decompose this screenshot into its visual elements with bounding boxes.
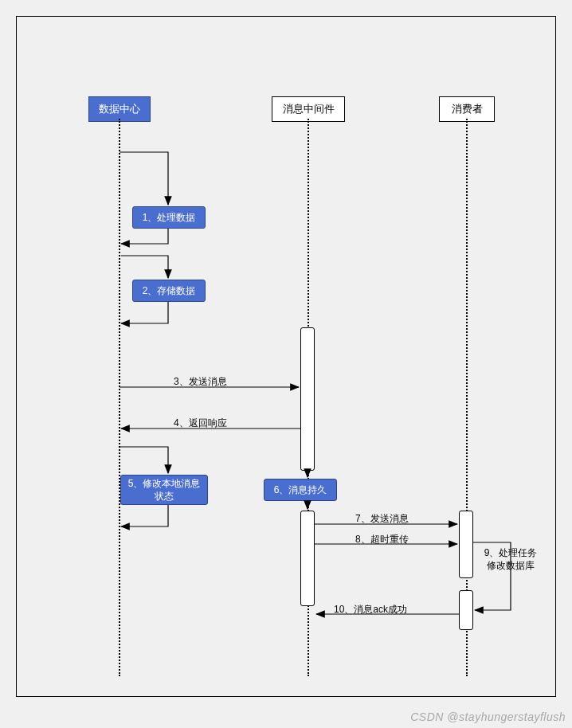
step-3-label: 3、发送消息 bbox=[174, 375, 227, 389]
step-8-label: 8、超时重传 bbox=[355, 533, 409, 546]
step-label: 1、处理数据 bbox=[143, 211, 196, 224]
diagram-canvas: 数据中心 消息中间件 消费者 1、处理数据 2、存储数据 5、修改本地消息状态 … bbox=[16, 16, 556, 697]
step-4-label: 4、返回响应 bbox=[174, 417, 227, 430]
step-6-box: 6、消息持久 bbox=[264, 479, 337, 501]
activation-consumer-1 bbox=[459, 511, 473, 578]
step-label: 5、修改本地消息状态 bbox=[127, 477, 201, 503]
participant-label: 消费者 bbox=[452, 102, 483, 116]
step-10-label: 10、消息ack成功 bbox=[334, 603, 407, 616]
activation-middleware-2 bbox=[300, 511, 315, 606]
step-9-label: 9、处理任务 修改数据库 bbox=[479, 546, 543, 572]
activation-consumer-2 bbox=[459, 590, 473, 630]
step-1-box: 1、处理数据 bbox=[132, 206, 206, 229]
step-2-box: 2、存储数据 bbox=[132, 280, 206, 302]
activation-middleware-1 bbox=[300, 327, 315, 471]
step-label: 2、存储数据 bbox=[143, 284, 196, 297]
watermark: CSDN @stayhungerstayflush bbox=[410, 710, 566, 723]
lifeline-data-center bbox=[119, 119, 120, 676]
participant-label: 消息中间件 bbox=[283, 102, 335, 116]
participant-label: 数据中心 bbox=[99, 102, 140, 116]
step-7-label: 7、发送消息 bbox=[355, 512, 409, 526]
step-5-box: 5、修改本地消息状态 bbox=[120, 475, 208, 505]
step-label: 6、消息持久 bbox=[274, 483, 327, 496]
